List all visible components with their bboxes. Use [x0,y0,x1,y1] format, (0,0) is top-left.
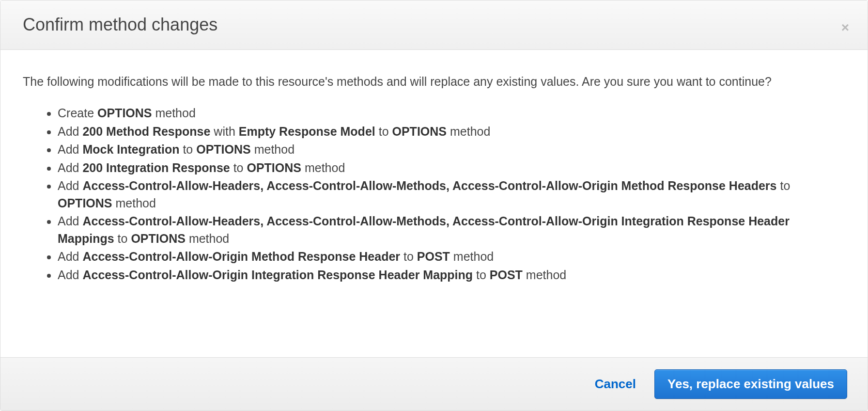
confirm-button[interactable]: Yes, replace existing values [654,369,847,399]
dialog-title: Confirm method changes [23,14,845,35]
change-item: Add Access-Control-Allow-Origin Integrat… [58,267,845,284]
close-icon[interactable]: × [841,21,849,34]
dialog-intro-text: The following modifications will be made… [23,73,845,90]
confirm-dialog: Confirm method changes × The following m… [0,0,868,411]
change-item: Add 200 Integration Response to OPTIONS … [58,159,845,177]
change-item: Add Access-Control-Allow-Headers, Access… [58,177,845,212]
changes-list: Create OPTIONS methodAdd 200 Method Resp… [23,105,845,284]
change-item: Create OPTIONS method [58,105,845,122]
dialog-body: The following modifications will be made… [0,50,868,357]
dialog-header: Confirm method changes × [0,0,868,50]
change-item: Add Access-Control-Allow-Headers, Access… [58,213,845,247]
change-item: Add 200 Method Response with Empty Respo… [58,123,845,141]
cancel-button[interactable]: Cancel [593,374,638,395]
change-item: Add Access-Control-Allow-Origin Method R… [58,248,845,266]
dialog-footer: Cancel Yes, replace existing values [0,357,868,411]
change-item: Add Mock Integration to OPTIONS method [58,141,845,158]
